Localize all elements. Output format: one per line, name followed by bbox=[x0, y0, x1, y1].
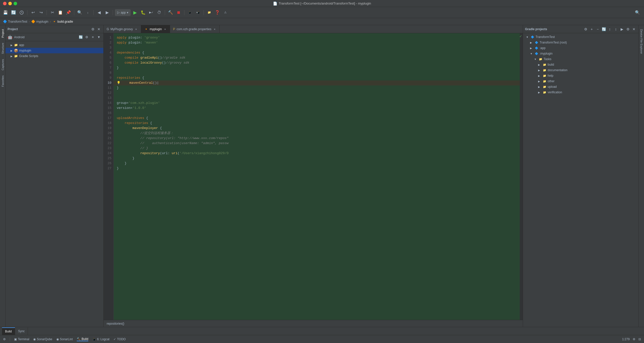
status-sonarqube[interactable]: ◉ SonarQube bbox=[33, 337, 52, 341]
device-file-explorer-tab[interactable]: Device File Explorer bbox=[639, 27, 643, 56]
run-config-selector[interactable]: ▷ app ▾ bbox=[115, 9, 131, 16]
find-button[interactable]: 🔍 bbox=[76, 9, 83, 16]
gradle-settings-btn[interactable]: ⚙ bbox=[625, 27, 630, 32]
save-button[interactable]: 💾 bbox=[2, 9, 9, 16]
gradle-arrow-myplugin[interactable]: ▼ bbox=[530, 52, 534, 55]
copy-button[interactable]: 📋 bbox=[57, 9, 64, 16]
gradle-item-other-tasks[interactable]: ▶ 📁 other bbox=[523, 78, 638, 84]
gradle-arrow-build[interactable]: ▶ bbox=[538, 63, 542, 66]
stop-button[interactable]: ⏹ bbox=[175, 9, 182, 16]
help-button[interactable]: ❓ bbox=[214, 9, 221, 16]
gradle-arrow-documentation[interactable]: ▶ bbox=[538, 69, 542, 72]
coverage-button[interactable]: ▶✓ bbox=[148, 9, 155, 16]
forward-button[interactable]: ▶ bbox=[104, 9, 111, 16]
gradle-arrow-root[interactable]: ▼ bbox=[526, 36, 530, 38]
build-menu-button[interactable]: 🔨 bbox=[167, 9, 174, 16]
expand-arrow-gradle[interactable]: ▶ bbox=[10, 55, 14, 58]
cut-button[interactable]: ✂ bbox=[49, 9, 56, 16]
status-terminal[interactable]: ▣ Terminal bbox=[14, 337, 29, 341]
run-button[interactable]: ▶ bbox=[132, 9, 139, 16]
gradle-item-myplugin[interactable]: ▼ 🔷 :myplugin bbox=[523, 51, 638, 56]
project-settings-btn[interactable]: ⚙ bbox=[90, 27, 95, 32]
status-todo[interactable]: ✓ TODO bbox=[113, 337, 126, 341]
tree-item-app[interactable]: ▶ 📁 app bbox=[6, 42, 103, 48]
maximize-button[interactable] bbox=[14, 2, 17, 5]
project-tab[interactable]: Project bbox=[1, 27, 5, 40]
status-build[interactable]: 🔨 Build bbox=[77, 337, 88, 341]
code-content[interactable]: apply plugin: 'groovy' apply plugin: 'ma… bbox=[114, 33, 520, 320]
gradle-remove-btn[interactable]: − bbox=[595, 27, 600, 32]
tab-properties[interactable]: P com.xzh.gradle.properties × bbox=[170, 25, 220, 33]
project-structure-btn[interactable]: ≡ bbox=[90, 35, 95, 40]
paste-button[interactable]: 📌 bbox=[65, 9, 72, 16]
sdk-manager-button[interactable]: 📱 bbox=[186, 9, 193, 16]
tab-myplugin-groovy[interactable]: G MyPlugin.groovy × bbox=[104, 25, 141, 33]
gradle-item-transformtest-root[interactable]: ▶ 🔷 TransformTest (root) bbox=[523, 40, 638, 45]
captures-tab[interactable]: Captures bbox=[1, 57, 5, 72]
tree-item-gradle-scripts[interactable]: ▶ 📁 Gradle Scripts bbox=[6, 53, 103, 59]
gradle-add-btn[interactable]: + bbox=[589, 27, 594, 32]
gradle-item-verification-tasks[interactable]: ▶ 📁 verification bbox=[523, 90, 638, 95]
gradle-close-btn[interactable]: ✕ bbox=[631, 27, 636, 32]
gradle-arrow-other[interactable]: ▶ bbox=[538, 80, 542, 83]
gradle-sync-all-btn[interactable]: 🔄 bbox=[601, 27, 606, 32]
status-settings-right[interactable]: ⚙ bbox=[633, 337, 635, 341]
gradle-arrow-app[interactable]: ▶ bbox=[530, 47, 534, 50]
gradle-item-build-tasks[interactable]: ▶ 📁 build bbox=[523, 62, 638, 67]
breadcrumb-file[interactable]: 🔸 build.gradle bbox=[52, 20, 73, 23]
gradle-run-btn[interactable]: ▶ bbox=[619, 27, 624, 32]
minimize-button[interactable] bbox=[8, 2, 12, 5]
code-line-21: // repository(url: "http://www.xxx.com/r… bbox=[114, 136, 520, 141]
gradle-arrow-tasks[interactable]: ▼ bbox=[534, 58, 538, 61]
bottom-tab-build[interactable]: Build bbox=[2, 327, 15, 335]
gradle-collapse-btn[interactable]: ↕ bbox=[613, 27, 618, 32]
profile-button[interactable]: ⏱ bbox=[156, 9, 163, 16]
close-button[interactable] bbox=[3, 2, 7, 5]
bottom-tab-sync[interactable]: Sync bbox=[15, 327, 28, 335]
sync-button[interactable]: 🔄 bbox=[10, 9, 17, 16]
status-close-right[interactable]: ⊟ bbox=[638, 337, 641, 341]
gradle-item-help-tasks[interactable]: ▶ 📁 help bbox=[523, 73, 638, 78]
project-close-btn[interactable]: ✕ bbox=[96, 27, 101, 32]
gradle-expand-btn[interactable]: ↕ bbox=[607, 27, 612, 32]
structure-tab-side[interactable]: Structure bbox=[1, 41, 5, 56]
expand-arrow-myplugin[interactable]: ▶ bbox=[10, 49, 14, 52]
sync-project-btn[interactable]: 🔄 bbox=[78, 35, 83, 40]
gradle-item-documentation-tasks[interactable]: ▶ 📁 documentation bbox=[523, 67, 638, 73]
device-explorer-button[interactable]: 📁 bbox=[206, 9, 213, 16]
find-replace-button[interactable]: ↕ bbox=[84, 9, 91, 16]
status-sonarlint[interactable]: ◉ SonarLint bbox=[56, 337, 73, 341]
expand-all-btn[interactable]: ▼ bbox=[96, 35, 101, 40]
tree-item-myplugin[interactable]: ▶ 📦 myplugin bbox=[6, 48, 103, 53]
gradle-item-transformtest[interactable]: ▼ 🔷 TransformTest bbox=[523, 34, 638, 40]
gradle-item-app[interactable]: ▶ 🔷 :app bbox=[523, 45, 638, 51]
redo-button[interactable]: ↪ bbox=[37, 9, 45, 16]
back-button[interactable]: ◀ bbox=[96, 9, 103, 16]
undo-button[interactable]: ↩ bbox=[29, 9, 36, 16]
gradle-sync-btn[interactable] bbox=[18, 9, 25, 16]
favorites-tab[interactable]: Favorites bbox=[1, 73, 5, 89]
tab-myplugin[interactable]: 🔸 myplugin × bbox=[141, 25, 170, 33]
tab-close-myplugin[interactable]: × bbox=[163, 27, 167, 31]
search-everywhere-button[interactable]: 🔍 bbox=[634, 9, 641, 16]
tab-close-properties[interactable]: × bbox=[213, 27, 216, 31]
bulb-icon[interactable]: 💡 bbox=[117, 80, 120, 85]
gradle-refresh-btn[interactable]: ⚙ bbox=[583, 27, 588, 32]
gradle-arrow-help[interactable]: ▶ bbox=[538, 74, 542, 77]
debug-button[interactable]: 🐛 bbox=[140, 9, 147, 16]
gradle-item-tasks[interactable]: ▼ 📁 Tasks bbox=[523, 56, 638, 62]
gradle-arrow-upload[interactable]: ▶ bbox=[538, 85, 542, 88]
module-settings-btn[interactable]: ⚙ bbox=[84, 35, 89, 40]
status-gear[interactable]: ⚙ bbox=[3, 337, 6, 341]
tab-close-groovy[interactable]: × bbox=[134, 27, 138, 31]
expand-arrow-app[interactable]: ▶ bbox=[10, 44, 14, 47]
breadcrumb-project[interactable]: 🔷 TransformTest bbox=[3, 20, 27, 23]
gradle-arrow-tr[interactable]: ▶ bbox=[530, 41, 534, 44]
gradle-item-upload-tasks[interactable]: ▶ 📁 upload bbox=[523, 84, 638, 90]
gradle-arrow-verification[interactable]: ▶ bbox=[538, 91, 542, 94]
gradle-tasks-icon: 📁 bbox=[539, 58, 543, 61]
run-inspection-button[interactable]: ⚠ bbox=[222, 9, 229, 16]
status-logcat[interactable]: 📱 6: Logcat bbox=[92, 337, 109, 341]
avd-manager-button[interactable]: 📲 bbox=[194, 9, 202, 16]
breadcrumb-module[interactable]: 🔶 myplugin bbox=[31, 20, 48, 23]
